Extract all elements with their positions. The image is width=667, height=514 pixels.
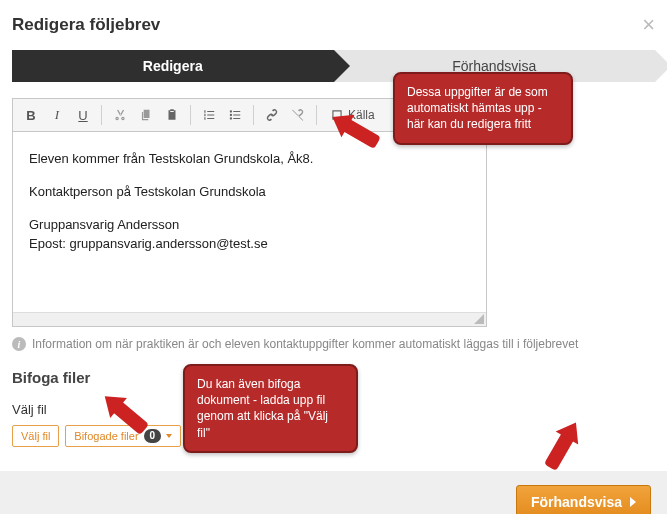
choose-file-button[interactable]: Välj fil: [12, 425, 59, 447]
preview-button[interactable]: Förhandsvisa: [516, 485, 651, 514]
copy-button[interactable]: [134, 103, 158, 127]
clipboard-icon: [165, 108, 179, 122]
attached-files-label: Bifogade filer: [74, 430, 138, 442]
link-button[interactable]: [260, 103, 284, 127]
toolbar-separator: [101, 105, 102, 125]
unlink-icon: [291, 108, 305, 122]
caret-down-icon: [166, 434, 172, 438]
info-icon: i: [12, 337, 26, 351]
list-ol-icon: [202, 108, 216, 122]
annotation-callout-top: Dessa uppgifter är de som automatiskt hä…: [393, 72, 573, 145]
attached-files-button[interactable]: Bifogade filer 0: [65, 425, 181, 447]
link-icon: [265, 108, 279, 122]
paste-button[interactable]: [160, 103, 184, 127]
info-note: i Information om när praktiken är och el…: [12, 337, 612, 351]
info-text: Information om när praktiken är och elev…: [32, 337, 578, 351]
svg-point-1: [230, 114, 232, 116]
attached-count-badge: 0: [144, 429, 162, 443]
resize-handle[interactable]: [13, 312, 486, 326]
copy-icon: [139, 108, 153, 122]
preview-button-label: Förhandsvisa: [531, 494, 622, 510]
svg-point-2: [230, 117, 232, 119]
editor-content[interactable]: Eleven kommer från Testskolan Grundskola…: [13, 132, 486, 312]
list-ul-icon: [228, 108, 242, 122]
svg-point-0: [230, 110, 232, 112]
cut-button[interactable]: [108, 103, 132, 127]
toolbar-separator: [190, 105, 191, 125]
scissors-icon: [113, 108, 127, 122]
underline-button[interactable]: U: [71, 103, 95, 127]
editor-line: Eleven kommer från Testskolan Grundskola…: [29, 150, 470, 169]
italic-button[interactable]: I: [45, 103, 69, 127]
wizard-step-edit[interactable]: Redigera: [12, 50, 334, 82]
unlink-button[interactable]: [286, 103, 310, 127]
numbered-list-button[interactable]: [197, 103, 221, 127]
annotation-callout-mid: Du kan även bifoga dokument - ladda upp …: [183, 364, 358, 453]
editor-line: Kontaktperson på Testskolan Grundskola: [29, 183, 470, 202]
footer-bar: Förhandsvisa: [0, 471, 667, 514]
bullet-list-button[interactable]: [223, 103, 247, 127]
editor-line: Gruppansvarig Andersson Epost: gruppansv…: [29, 216, 470, 254]
chevron-right-icon: [630, 497, 636, 507]
toolbar-separator: [316, 105, 317, 125]
bold-button[interactable]: B: [19, 103, 43, 127]
close-icon[interactable]: ×: [642, 14, 655, 36]
modal-title: Redigera följebrev: [12, 15, 160, 35]
toolbar-separator: [253, 105, 254, 125]
